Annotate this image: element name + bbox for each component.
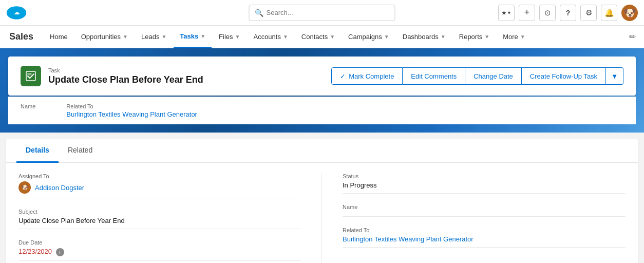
tab-related[interactable]: Related xyxy=(59,139,102,163)
checkmark-icon: ✓ xyxy=(340,72,346,80)
mark-complete-button[interactable]: ✓ Mark Complete xyxy=(331,67,403,85)
task-object-label: Task xyxy=(48,67,203,73)
name-field: Name xyxy=(21,103,35,118)
name-related-row: Name Related To Burlington Textiles Weav… xyxy=(8,97,636,124)
due-date-value: 12/23/2020 i xyxy=(18,248,301,261)
right-related-to-link[interactable]: Burlington Textiles Weaving Plant Genera… xyxy=(343,235,473,243)
nav-label-contacts: Contacts xyxy=(301,33,328,41)
chevron-down-icon: ▼ xyxy=(384,34,389,40)
favorites-button[interactable]: ★ ▼ xyxy=(498,5,515,21)
global-actions-button[interactable]: ⊙ xyxy=(539,5,556,21)
nav-label-reports: Reports xyxy=(459,33,483,41)
search-bar: 🔍 xyxy=(249,5,395,21)
nav-label-dashboards: Dashboards xyxy=(403,33,439,41)
assigned-to-value: 🐶 Addison Dogster xyxy=(18,181,301,198)
due-date-field: Due Date 12/23/2020 i xyxy=(18,239,301,261)
task-checkmark-icon xyxy=(25,70,36,82)
nav-item-files[interactable]: Files ▼ xyxy=(213,26,246,48)
name-field-label: Name xyxy=(21,103,35,109)
avatar[interactable]: 🐶 xyxy=(621,5,638,21)
related-to-field: Related To Burlington Textiles Weaving P… xyxy=(66,103,197,118)
right-name-field: Name xyxy=(343,204,626,217)
details-body: Assigned To 🐶 Addison Dogster Subject Up… xyxy=(6,163,638,263)
details-tabs: Details Related xyxy=(6,139,638,163)
chevron-down-icon: ▼ xyxy=(235,34,240,40)
nav-label-campaigns: Campaigns xyxy=(348,33,382,41)
nav-item-tasks[interactable]: Tasks ▼ xyxy=(174,26,212,48)
create-followup-button[interactable]: Create Follow-Up Task xyxy=(522,67,606,85)
nav-item-more[interactable]: More ▼ xyxy=(497,26,532,48)
nav-bar: Sales Home Opportunities ▼ Leads ▼ Tasks… xyxy=(0,26,644,48)
task-actions: ✓ Mark Complete Edit Comments Change Dat… xyxy=(331,67,623,85)
app-name: Sales xyxy=(5,31,37,42)
chevron-down-icon: ▼ xyxy=(161,34,166,40)
right-related-to-value: Burlington Textiles Weaving Plant Genera… xyxy=(343,235,626,248)
search-icon: 🔍 xyxy=(255,9,263,17)
help-button[interactable]: ? xyxy=(560,5,576,21)
assigned-avatar: 🐶 xyxy=(18,181,31,194)
details-section: Details Related Assigned To 🐶 Addison Do… xyxy=(6,139,638,263)
create-followup-label: Create Follow-Up Task xyxy=(530,72,597,80)
status-label: Status xyxy=(343,173,626,179)
status-field: Status In Progress xyxy=(343,173,626,194)
star-icon: ★ xyxy=(501,9,507,16)
nav-item-contacts[interactable]: Contacts ▼ xyxy=(295,26,341,48)
due-date-label: Due Date xyxy=(18,239,301,246)
task-meta: Task Update Close Plan Before Year End xyxy=(48,67,203,85)
chevron-down-icon: ▼ xyxy=(123,34,128,40)
right-name-value xyxy=(343,212,626,217)
nav-edit-icon[interactable]: ✏ xyxy=(626,32,639,42)
assigned-to-link[interactable]: Addison Dogster xyxy=(35,184,84,192)
tab-details[interactable]: Details xyxy=(16,139,59,163)
chevron-down-icon: ▼ xyxy=(283,34,288,40)
search-input[interactable] xyxy=(267,9,390,16)
nav-label-leads: Leads xyxy=(141,33,159,41)
related-to-link[interactable]: Burlington Textiles Weaving Plant Genera… xyxy=(66,110,197,118)
status-value: In Progress xyxy=(343,181,626,194)
change-date-button[interactable]: Change Date xyxy=(465,67,522,85)
chevron-down-icon: ▼ xyxy=(441,34,446,40)
details-left-col: Assigned To 🐶 Addison Dogster Subject Up… xyxy=(18,173,322,263)
subject-value: Update Close Plan Before Year End xyxy=(18,217,301,229)
chevron-down-icon: ▼ xyxy=(484,34,489,40)
task-left: Task Update Close Plan Before Year End xyxy=(21,66,203,86)
nav-item-opportunities[interactable]: Opportunities ▼ xyxy=(75,26,134,48)
add-button[interactable]: + xyxy=(519,5,535,21)
nav-item-accounts[interactable]: Accounts ▼ xyxy=(247,26,294,48)
mark-complete-label: Mark Complete xyxy=(349,72,394,80)
details-right-col: Status In Progress Name Related To Burli… xyxy=(322,173,626,263)
setup-button[interactable]: ⚙ xyxy=(580,5,597,21)
nav-item-home[interactable]: Home xyxy=(44,26,74,48)
nav-item-reports[interactable]: Reports ▼ xyxy=(453,26,496,48)
nav-item-leads[interactable]: Leads ▼ xyxy=(135,26,173,48)
right-name-label: Name xyxy=(343,204,626,210)
nav-label-files: Files xyxy=(219,33,233,41)
right-related-to-field: Related To Burlington Textiles Weaving P… xyxy=(343,227,626,248)
task-object-icon xyxy=(21,66,41,86)
assigned-to-field: Assigned To 🐶 Addison Dogster xyxy=(18,173,301,198)
chevron-down-icon: ▼ xyxy=(507,10,512,15)
right-related-to-label: Related To xyxy=(343,227,626,233)
due-date-info-icon[interactable]: i xyxy=(56,248,64,256)
task-card: Task Update Close Plan Before Year End ✓… xyxy=(8,57,636,96)
nav-label-more: More xyxy=(503,33,518,41)
chevron-down-icon: ▼ xyxy=(200,33,205,39)
subject-field: Subject Update Close Plan Before Year En… xyxy=(18,209,301,229)
edit-comments-button[interactable]: Edit Comments xyxy=(403,67,465,85)
due-date-text: 12/23/2020 xyxy=(18,248,52,255)
chevron-down-icon: ▼ xyxy=(520,34,525,40)
nav-label-accounts: Accounts xyxy=(253,33,280,41)
salesforce-logo[interactable]: ☁ xyxy=(6,6,27,20)
related-to-field-label: Related To xyxy=(66,103,197,109)
top-icons: ★ ▼ + ⊙ ? ⚙ 🔔 🐶 xyxy=(498,5,638,21)
assigned-to-label: Assigned To xyxy=(18,173,301,179)
nav-label-home: Home xyxy=(50,33,68,41)
task-header-section: Task Update Close Plan Before Year End ✓… xyxy=(0,48,644,133)
subject-label: Subject xyxy=(18,209,301,215)
nav-label-tasks: Tasks xyxy=(180,32,198,40)
nav-item-dashboards[interactable]: Dashboards ▼ xyxy=(396,26,452,48)
nav-item-campaigns[interactable]: Campaigns ▼ xyxy=(342,26,395,48)
actions-dropdown-button[interactable]: ▼ xyxy=(606,67,623,85)
notifications-button[interactable]: 🔔 xyxy=(601,5,617,21)
task-title: Update Close Plan Before Year End xyxy=(48,74,203,85)
